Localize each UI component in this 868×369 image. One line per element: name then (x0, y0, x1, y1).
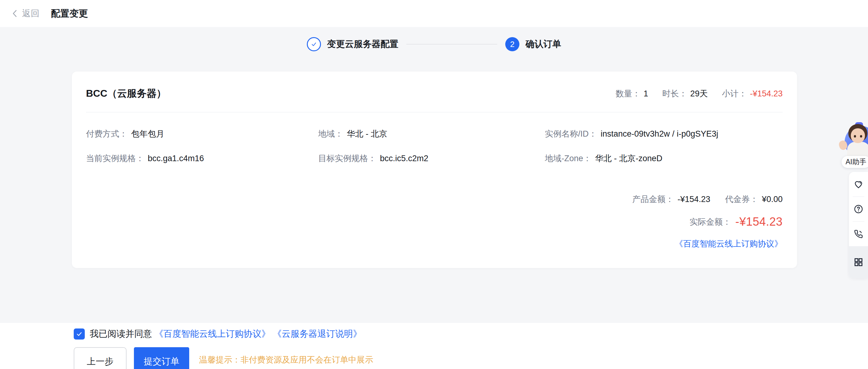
duration-value: 29天 (690, 88, 708, 99)
detail-value: bcc.ga1.c4m16 (148, 154, 204, 163)
ai-avatar-eye-left (854, 135, 856, 137)
heart-icon (853, 179, 864, 190)
step-check-icon (310, 40, 318, 48)
order-card: BCC（云服务器） 数量： 1 时长： 29天 小计： -¥154.23 付费方… (72, 71, 797, 268)
order-summary: 数量： 1 时长： 29天 小计： -¥154.23 (616, 88, 783, 99)
back-button[interactable]: 返回 (10, 8, 39, 19)
order-card-header: BCC（云服务器） 数量： 1 时长： 29天 小计： -¥154.23 (72, 71, 797, 112)
ai-avatar-body (847, 142, 868, 158)
subtotal-item: 小计： -¥154.23 (722, 88, 783, 99)
product-title: BCC（云服务器） (86, 87, 166, 100)
totals-row-actual: 实际金额： -¥154.23 (632, 215, 783, 228)
agree-checkbox[interactable] (74, 329, 85, 339)
detail-label: 付费方式： (86, 128, 127, 139)
subtotal-value: -¥154.23 (750, 89, 783, 99)
previous-step-button[interactable]: 上一步 (74, 347, 127, 369)
detail-label: 当前实例规格： (86, 153, 144, 164)
detail-value: 包年包月 (131, 128, 164, 139)
detail-current-spec: 当前实例规格： bcc.ga1.c4m16 (86, 153, 318, 164)
agreement-row: 我已阅读并同意 《百度智能云线上订购协议》 《云服务器退订说明》 (74, 328, 362, 340)
agree-text: 我已阅读并同意 (90, 328, 152, 340)
phone-icon (853, 229, 864, 239)
detail-label: 实例名称/ID： (545, 128, 597, 139)
apps-grid-icon (853, 257, 864, 267)
favorite-button[interactable] (849, 172, 868, 197)
ai-assistant-widget[interactable]: AI助手 (835, 124, 868, 170)
actual-amount-value: -¥154.23 (735, 215, 783, 228)
detail-value: 华北 - 北京 (347, 128, 387, 139)
apps-menu-button[interactable] (849, 246, 868, 278)
contact-phone-button[interactable] (849, 222, 868, 246)
ai-avatar-face (851, 128, 865, 143)
actual-amount-label: 实际金额： (689, 216, 731, 228)
ai-assistant-label: AI助手 (842, 156, 868, 168)
step2-circle: 2 (505, 37, 519, 51)
help-icon (853, 204, 864, 214)
step2-label: 确认订单 (526, 38, 561, 51)
voucher-label: 代金券： (725, 194, 758, 205)
detail-region-zone: 地域-Zone： 华北 - 北京-zoneD (545, 153, 783, 164)
quantity-value: 1 (644, 89, 648, 99)
page-title: 配置变更 (51, 7, 88, 20)
order-totals: 产品金额： -¥154.23 代金券： ¥0.00 实际金额： -¥154.23… (632, 194, 783, 249)
side-toolbar (849, 172, 868, 278)
detail-label: 地域： (318, 128, 343, 139)
step1-label: 变更云服务器配置 (327, 38, 398, 51)
detail-region: 地域： 华北 - 北京 (318, 128, 545, 139)
detail-instance-name-id: 实例名称/ID： instance-09tv3h2w / i-p0gSYE3j (545, 128, 783, 139)
page-header: 返回 配置变更 (0, 0, 868, 27)
step1-circle (307, 37, 321, 51)
detail-value: bcc.ic5.c2m2 (380, 154, 429, 163)
footer-agreement-link[interactable]: 《百度智能云线上订购协议》 (155, 328, 270, 340)
order-details: 付费方式： 包年包月 地域： 华北 - 北京 实例名称/ID： instance… (72, 112, 797, 164)
quantity-label: 数量： (616, 88, 641, 99)
subtotal-label: 小计： (722, 88, 747, 99)
order-hint-text: 温馨提示：非付费资源及应用不会在订单中展示 (199, 354, 373, 365)
ai-avatar-eye-right (860, 135, 862, 137)
detail-value: 华北 - 北京-zoneD (595, 153, 662, 164)
footer-refund-link[interactable]: 《云服务器退订说明》 (273, 328, 362, 340)
duration-label: 时长： (662, 88, 687, 99)
detail-payment-method: 付费方式： 包年包月 (86, 128, 318, 139)
submit-order-button[interactable]: 提交订单 (134, 347, 189, 369)
help-button[interactable] (849, 197, 868, 221)
page-footer: 我已阅读并同意 《百度智能云线上订购协议》 《云服务器退订说明》 上一步 提交订… (0, 323, 868, 369)
product-amount-label: 产品金额： (632, 194, 674, 205)
step-change-config: 变更云服务器配置 (307, 37, 398, 51)
totals-row-product: 产品金额： -¥154.23 代金券： ¥0.00 (632, 194, 783, 205)
detail-target-spec: 目标实例规格： bcc.ic5.c2m2 (318, 153, 545, 164)
product-amount-value: -¥154.23 (678, 195, 710, 204)
chevron-left-icon (10, 8, 20, 19)
voucher-item: 代金券： ¥0.00 (725, 194, 783, 205)
footer-buttons: 上一步 提交订单 温馨提示：非付费资源及应用不会在订单中展示 (74, 347, 373, 369)
detail-label: 目标实例规格： (318, 153, 376, 164)
back-label: 返回 (22, 8, 39, 19)
duration-item: 时长： 29天 (662, 88, 708, 99)
step-connector (406, 44, 497, 44)
check-icon (75, 330, 83, 338)
agreement-link[interactable]: 《百度智能云线上订购协议》 (675, 239, 783, 248)
detail-label: 地域-Zone： (545, 153, 592, 164)
voucher-value: ¥0.00 (762, 195, 783, 204)
totals-row-agreement: 《百度智能云线上订购协议》 (632, 238, 783, 249)
progress-steps: 变更云服务器配置 2 确认订单 (0, 37, 868, 52)
step-confirm-order: 2 确认订单 (505, 37, 561, 51)
product-amount-item: 产品金额： -¥154.23 (632, 194, 710, 205)
quantity-item: 数量： 1 (616, 88, 648, 99)
detail-value: instance-09tv3h2w / i-p0gSYE3j (601, 129, 718, 139)
